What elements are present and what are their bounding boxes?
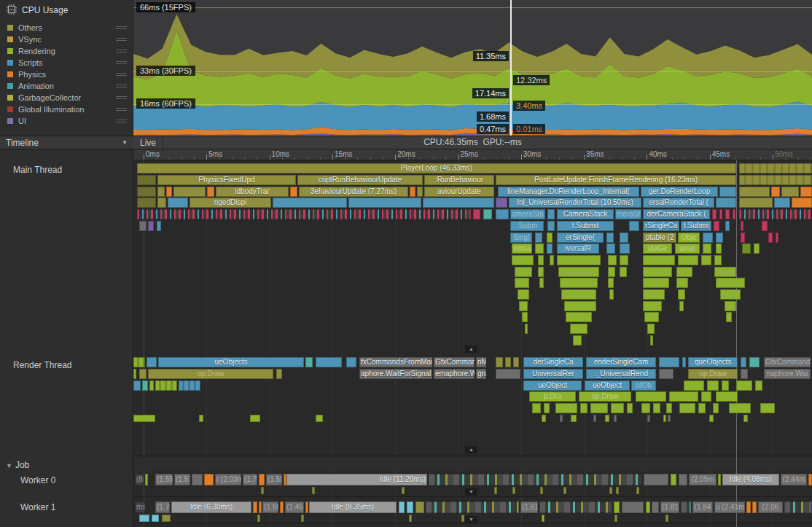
timeline-bar[interactable] (709, 415, 714, 422)
timeline-bar[interactable]: ger.DoRenderLoop (641, 187, 718, 197)
timeline-bar[interactable] (622, 501, 644, 513)
timeline-bar[interactable] (605, 415, 609, 422)
timeline-bar[interactable] (542, 515, 544, 522)
timeline-bar[interactable] (280, 501, 284, 513)
timeline-bar[interactable]: (1.45 (285, 501, 304, 513)
timeline-bar[interactable] (564, 301, 596, 311)
timeline-bar[interactable] (739, 163, 812, 173)
timeline-bar[interactable] (561, 289, 596, 300)
timeline-bar[interactable]: :RunBehaviour (424, 175, 494, 185)
timeline-bar[interactable] (512, 487, 515, 494)
timeline-bar[interactable]: op.Draw (148, 369, 273, 379)
timeline-bar[interactable]: 3ehaviourUpdate (7.27ms) (299, 187, 408, 197)
timeline-bar[interactable]: Idle (6.30ms) (171, 501, 251, 513)
timeline-bar[interactable] (671, 474, 676, 485)
timeline-bar[interactable] (538, 267, 544, 277)
timeline-bar[interactable] (570, 324, 587, 334)
timeline-bar[interactable] (290, 187, 297, 197)
timeline-bar[interactable] (542, 415, 546, 422)
timeline-bar[interactable] (643, 289, 665, 300)
timeline-bar[interactable] (316, 357, 342, 367)
timeline-bar[interactable] (608, 278, 614, 288)
timeline-bar[interactable] (643, 278, 669, 288)
timeline-bar[interactable]: rSingleCa (643, 221, 679, 231)
timeline-bar[interactable]: Idle (8.35ms) (309, 501, 397, 513)
timeline-bar[interactable] (415, 501, 424, 513)
timeline-bar[interactable] (736, 380, 752, 391)
timeline-bar[interactable] (703, 233, 713, 243)
timeline-bar[interactable] (741, 233, 745, 243)
timeline-bar[interactable] (539, 278, 544, 288)
timeline-bar[interactable] (133, 357, 145, 367)
timeline-bar[interactable] (741, 221, 743, 231)
timeline-bar[interactable] (139, 221, 147, 231)
timeline-bar[interactable] (698, 403, 706, 413)
timeline-bar[interactable] (659, 357, 679, 367)
timeline-bar[interactable]: UniversalRer (523, 369, 583, 379)
timeline-bar[interactable] (250, 415, 260, 422)
timeline-bar[interactable]: :_UniversalRend (586, 369, 656, 379)
timeline-bar[interactable]: (1.81 (660, 501, 679, 513)
timeline-bar[interactable]: nMa (476, 357, 486, 367)
timeline-bar[interactable]: (8m (135, 474, 144, 485)
timeline-bar[interactable] (703, 243, 711, 254)
timeline-bar[interactable] (666, 403, 672, 413)
timeline-bar[interactable] (157, 187, 165, 197)
timeline-bar[interactable] (616, 487, 619, 494)
timeline-bar[interactable] (781, 187, 799, 197)
timeline-bar[interactable]: (1.70 (155, 501, 170, 513)
timeline-bar[interactable] (620, 255, 628, 265)
timeline-bar[interactable] (659, 369, 674, 379)
timeline-bar[interactable] (739, 175, 812, 185)
timeline-bar[interactable]: op.Draw (688, 369, 738, 379)
timeline-bar[interactable] (627, 403, 633, 413)
legend-drag-handle[interactable] (116, 83, 127, 89)
timeline-bar[interactable]: ueObjects (158, 357, 304, 367)
timeline-bar[interactable]: naphore.Wai (764, 369, 811, 379)
timeline-bar[interactable] (483, 209, 492, 219)
timeline-bar[interactable]: Obje (678, 233, 700, 243)
legend-drag-handle[interactable] (116, 36, 127, 42)
timeline-bar[interactable]: ueue (675, 243, 700, 254)
timeline-bar[interactable] (535, 243, 544, 254)
timeline-bar[interactable] (157, 221, 161, 231)
timeline-bar[interactable]: GfxCommandsFr (434, 357, 475, 367)
timeline-bar[interactable]: p.Dra (529, 391, 576, 402)
timeline-bar[interactable] (800, 187, 812, 197)
timeline-bar[interactable]: t.Submi (681, 221, 711, 231)
timeline-bar[interactable] (273, 198, 347, 208)
timeline-bar[interactable]: gna (476, 369, 486, 379)
timeline-bar[interactable] (684, 380, 704, 391)
legend-drag-handle[interactable] (116, 25, 127, 31)
timeline-bar[interactable] (606, 233, 614, 243)
timeline-bar[interactable] (719, 187, 736, 197)
timeline-bar[interactable]: Idle (4.08ms) (722, 474, 779, 485)
timeline-mode-dropdown[interactable]: Timeline ▼ (0, 136, 133, 149)
timeline-bar[interactable] (629, 221, 639, 231)
timeline-bar[interactable]: iversalR (557, 243, 599, 254)
timeline-bar[interactable] (720, 289, 741, 300)
legend-drag-handle[interactable] (116, 118, 127, 124)
timeline-bar[interactable] (139, 369, 147, 379)
timeline-bar[interactable] (712, 209, 717, 219)
timeline-bar[interactable] (496, 198, 507, 208)
timeline-bar[interactable] (614, 415, 617, 422)
timeline-bar[interactable] (137, 209, 471, 219)
timeline-bar[interactable]: erSingle( (557, 233, 604, 243)
timeline-bar[interactable] (608, 255, 617, 265)
legend-drag-handle[interactable] (116, 48, 127, 54)
timeline-bar[interactable]: PhysicsFixedUpd (157, 175, 296, 185)
timeline-bar[interactable] (646, 501, 650, 513)
timeline-bar[interactable] (716, 198, 736, 208)
timeline-bar[interactable] (614, 515, 617, 522)
timeline-bar[interactable] (663, 415, 666, 422)
timeline-bar[interactable] (133, 380, 141, 391)
timeline-bar[interactable] (168, 198, 188, 208)
timeline-bar[interactable] (137, 175, 156, 185)
timeline-bar[interactable] (152, 515, 159, 522)
timeline-bar[interactable] (461, 515, 464, 522)
timeline-bar[interactable] (768, 233, 773, 243)
timeline-bar[interactable]: ersalRenderTotal ( (643, 198, 714, 208)
timeline-bar[interactable]: (1.57 (174, 474, 190, 485)
timeline-bar[interactable] (725, 221, 730, 231)
